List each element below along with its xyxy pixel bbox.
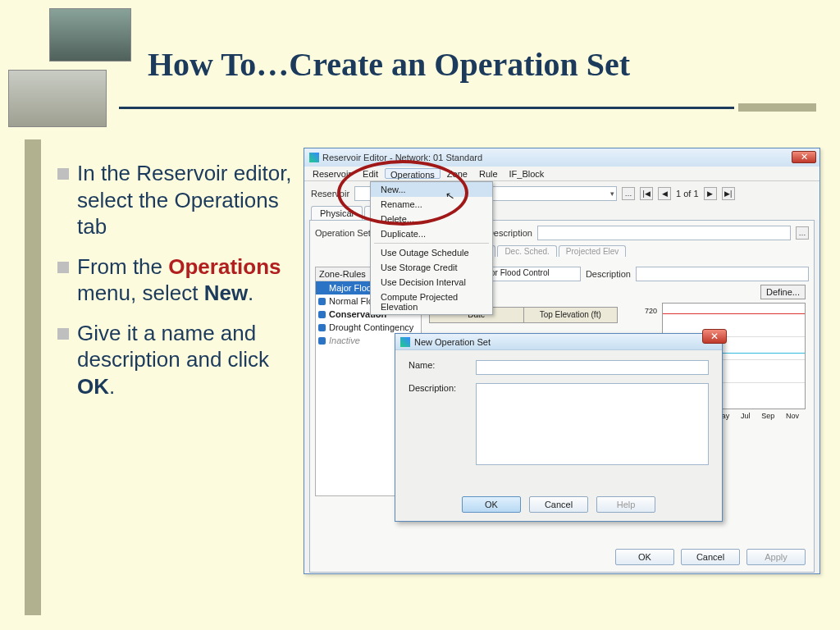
- dialog-ok-button[interactable]: OK: [462, 496, 521, 513]
- nav-last-button[interactable]: ▶|: [722, 187, 735, 200]
- bullet-1: From the Operations menu, select New.: [57, 253, 304, 307]
- subtab-3[interactable]: Projected Elev: [559, 245, 626, 257]
- opset-desc-field[interactable]: [537, 226, 791, 240]
- menu-if_block[interactable]: IF_Block: [504, 168, 550, 179]
- operations-menu: New...Rename...Delete...Duplicate...Use …: [370, 181, 493, 315]
- dialog-name-label: Name:: [409, 360, 466, 370]
- reservoir-label: Reservoir: [311, 189, 349, 199]
- cursor-icon: ↖: [445, 189, 455, 203]
- ops-menu-item-2[interactable]: Delete...: [371, 212, 492, 226]
- window-titlebar: Reservoir Editor - Network: 01 Standard: [304, 148, 819, 167]
- panel-ok-button[interactable]: OK: [615, 549, 674, 565]
- nav-counter: 1 of 1: [676, 189, 699, 199]
- define-button[interactable]: Define...: [760, 285, 806, 299]
- panel-cancel-button[interactable]: Cancel: [681, 549, 740, 565]
- ops-menu-item-0[interactable]: New...: [371, 182, 492, 197]
- zone-desc-label: Description: [586, 269, 631, 279]
- bullet-0: In the Reservoir editor, select the Oper…: [57, 160, 304, 240]
- chart-x-tick: Nov: [786, 412, 799, 420]
- menu-edit[interactable]: Edit: [358, 168, 383, 179]
- bullet-list: In the Reservoir editor, select the Oper…: [57, 160, 304, 413]
- dialog-app-icon: [400, 337, 410, 347]
- chart-x-tick: Jul: [741, 412, 751, 420]
- nav-first-button[interactable]: |◀: [640, 187, 653, 200]
- title-underline-accent: [738, 103, 816, 112]
- bullet-2: Give it a name and description and click…: [57, 320, 304, 400]
- dialog-name-input[interactable]: [476, 360, 709, 375]
- menu-reservoir[interactable]: Reservoir: [308, 168, 356, 179]
- menu-zone[interactable]: Zone: [442, 168, 472, 179]
- dam-photo-2: [8, 70, 107, 127]
- chart-x-tick: Sep: [761, 412, 774, 420]
- opset-desc-label: Description: [487, 228, 532, 238]
- opset-desc-expand[interactable]: …: [796, 226, 809, 240]
- table-col-elev: Top Elevation (ft): [524, 308, 618, 322]
- menu-rule[interactable]: Rule: [474, 168, 503, 179]
- reservoir-browse-button[interactable]: …: [622, 187, 635, 200]
- opset-label: Operation Set: [315, 228, 371, 238]
- window-close-button[interactable]: ✕: [792, 151, 816, 163]
- dam-photo-1: [49, 8, 131, 62]
- header-images: [33, 8, 131, 123]
- subtab-2[interactable]: Dec. Sched.: [497, 245, 556, 257]
- ops-menu-item-5[interactable]: Use Storage Credit: [371, 260, 492, 275]
- dialog-title-text: New Operation Set: [414, 337, 491, 347]
- left-accent-bar: [25, 139, 41, 615]
- dialog-titlebar: New Operation Set: [395, 334, 722, 350]
- ops-menu-item-7[interactable]: Compute Projected Elevation: [371, 290, 492, 314]
- dialog-desc-label: Description:: [409, 383, 466, 393]
- menubar: ReservoirEditOperationsZoneRuleIF_Block: [304, 167, 819, 181]
- app-icon: [309, 153, 319, 162]
- screenshot-region: Reservoir Editor - Network: 01 Standard …: [304, 148, 820, 574]
- window-title-text: Reservoir Editor - Network: 01 Standard: [322, 153, 482, 162]
- menu-operations[interactable]: Operations: [385, 168, 441, 179]
- chart-y-tick: 720: [645, 307, 657, 315]
- dialog-cancel-button[interactable]: Cancel: [529, 496, 588, 513]
- chart-series-red: [663, 313, 805, 314]
- new-operation-set-dialog: New Operation Set ✕ Name: Description: O…: [395, 333, 723, 522]
- ops-menu-item-6[interactable]: Use Decision Interval: [371, 275, 492, 290]
- dialog-desc-textarea[interactable]: [476, 383, 709, 465]
- nav-next-button[interactable]: ▶: [704, 187, 717, 200]
- ops-menu-item-3[interactable]: Duplicate...: [371, 226, 492, 241]
- reservoir-editor-window: Reservoir Editor - Network: 01 Standard …: [304, 148, 820, 574]
- ops-menu-item-4[interactable]: Use Outage Schedule: [371, 245, 492, 260]
- dialog-help-button[interactable]: Help: [596, 496, 655, 513]
- dialog-close-button[interactable]: ✕: [702, 329, 727, 344]
- slide-title: How To…Create an Operation Set: [148, 45, 630, 84]
- tab-physical[interactable]: Physical: [311, 206, 363, 220]
- ops-menu-item-1[interactable]: Rename...: [371, 197, 492, 212]
- nav-prev-button[interactable]: ◀: [658, 187, 671, 200]
- zone-desc-field[interactable]: [636, 267, 809, 281]
- title-underline: [119, 107, 734, 109]
- zone-item-3[interactable]: Drought Contingency: [316, 321, 421, 334]
- panel-apply-button[interactable]: Apply: [746, 549, 806, 565]
